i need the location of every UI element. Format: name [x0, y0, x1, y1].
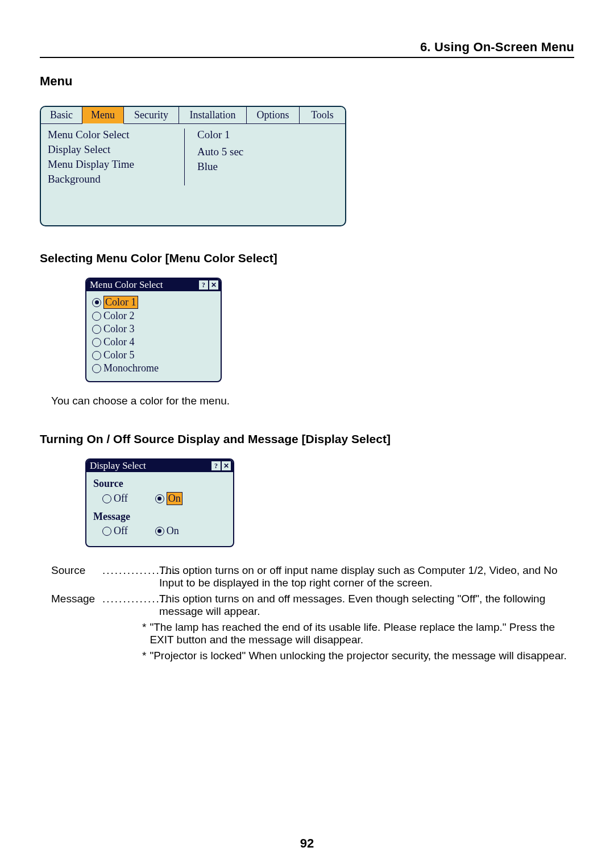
panel-title-text: Menu Color Select — [90, 279, 163, 291]
description-text: You can choose a color for the menu. — [51, 395, 574, 407]
group-label-message: Message — [93, 511, 226, 523]
radio-icon — [92, 351, 101, 360]
display-select-panel: Display Select ? ✕ Source Off On Message — [85, 458, 234, 547]
osd-row-label[interactable]: Display Select — [48, 143, 179, 156]
subheading-display-select: Turning On / Off Source Display and Mess… — [40, 432, 574, 446]
radio-option-on[interactable]: On — [155, 525, 179, 537]
bullet-marker: * — [142, 650, 146, 662]
def-dots: ................ — [102, 593, 159, 618]
radio-icon — [102, 527, 111, 536]
radio-option[interactable]: Color 5 — [92, 349, 215, 361]
bullet-text: "The lamp has reached the end of its usa… — [150, 621, 574, 646]
bullet-marker: * — [142, 621, 146, 646]
radio-label: Color 3 — [103, 323, 135, 335]
osd-row-value: Auto 5 sec — [197, 146, 243, 158]
radio-icon — [92, 338, 101, 347]
radio-icon — [92, 312, 101, 321]
radio-option-off[interactable]: Off — [102, 492, 128, 505]
radio-label: On — [167, 525, 179, 537]
radio-label: Color 5 — [103, 349, 135, 361]
def-term: Source — [51, 564, 102, 589]
radio-option[interactable]: Monochrome — [92, 362, 215, 374]
osd-tab-basic[interactable]: Basic — [41, 107, 82, 124]
radio-label: Off — [114, 493, 128, 505]
radio-option-on[interactable]: On — [155, 492, 182, 505]
bullet-list: * "The lamp has reached the end of its u… — [142, 621, 574, 662]
radio-icon — [92, 364, 101, 373]
page-number: 92 — [0, 836, 614, 851]
radio-label: On — [167, 492, 182, 505]
radio-option[interactable]: Color 4 — [92, 336, 215, 348]
osd-row-value: Blue — [197, 160, 243, 173]
radio-option[interactable]: Color 3 — [92, 323, 215, 335]
osd-menu-panel: Basic Menu Security Installation Options… — [40, 106, 346, 226]
radio-icon — [102, 494, 111, 503]
def-body: This option turns on and off messages. E… — [159, 593, 574, 618]
osd-row-label[interactable]: Menu Color Select — [48, 129, 179, 141]
radio-icon — [92, 325, 101, 334]
close-icon[interactable]: ✕ — [209, 280, 218, 290]
def-dots: ................... — [102, 564, 159, 589]
radio-label: Off — [114, 525, 128, 537]
help-icon[interactable]: ? — [211, 461, 221, 470]
section-title: Menu — [40, 74, 574, 89]
horizontal-rule — [40, 57, 574, 58]
osd-tab-menu[interactable]: Menu — [82, 107, 124, 124]
group-label-source: Source — [93, 478, 226, 490]
radio-option-off[interactable]: Off — [102, 525, 128, 537]
chapter-title: 6. Using On-Screen Menu — [40, 40, 574, 55]
osd-tab-security[interactable]: Security — [124, 107, 179, 124]
radio-label: Color 1 — [103, 296, 138, 309]
osd-tab-options[interactable]: Options — [247, 107, 300, 124]
definition-list: Source ................... This option t… — [51, 564, 574, 618]
radio-label: Color 4 — [103, 336, 135, 348]
def-term: Message — [51, 593, 102, 618]
bullet-text: "Projector is locked" When unlocking the… — [150, 650, 566, 662]
radio-icon — [155, 527, 164, 536]
radio-option[interactable]: Color 2 — [92, 310, 215, 322]
close-icon[interactable]: ✕ — [222, 461, 231, 470]
menu-color-select-panel: Menu Color Select ? ✕ Color 1 Color 2 Co… — [85, 278, 222, 382]
osd-row-label[interactable]: Background — [48, 173, 179, 185]
panel-title-text: Display Select — [90, 460, 146, 472]
radio-label: Monochrome — [103, 362, 159, 374]
radio-icon — [92, 298, 101, 307]
radio-icon — [155, 494, 164, 503]
osd-row-value: Color 1 — [197, 129, 243, 141]
def-body: This option turns on or off input name d… — [159, 564, 574, 589]
subheading-menu-color-select: Selecting Menu Color [Menu Color Select] — [40, 251, 574, 265]
osd-tab-installation[interactable]: Installation — [179, 107, 247, 124]
osd-tab-tools[interactable]: Tools — [300, 107, 345, 124]
radio-label: Color 2 — [103, 310, 135, 322]
radio-option[interactable]: Color 1 — [92, 296, 215, 309]
osd-tabs: Basic Menu Security Installation Options… — [41, 107, 345, 124]
help-icon[interactable]: ? — [199, 280, 208, 290]
osd-row-label[interactable]: Menu Display Time — [48, 158, 179, 171]
